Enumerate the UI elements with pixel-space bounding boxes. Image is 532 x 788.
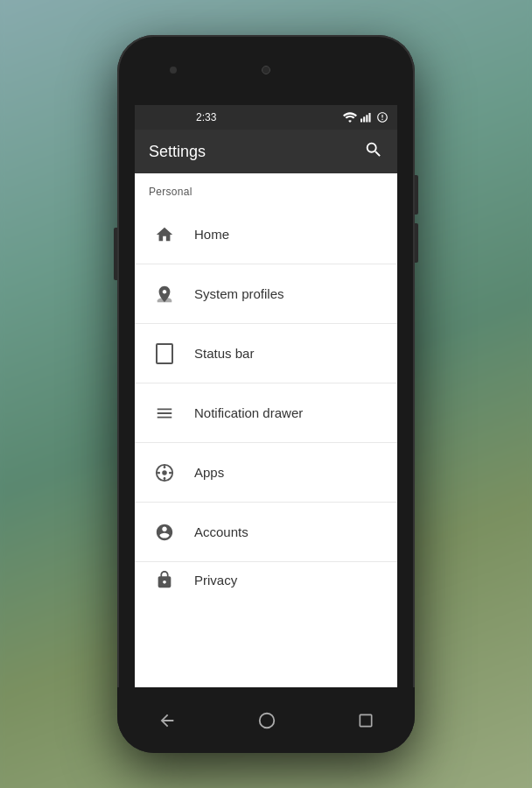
svg-point-10 bbox=[169, 471, 172, 474]
signal-icon bbox=[360, 112, 373, 123]
apps-icon bbox=[149, 463, 180, 482]
svg-rect-2 bbox=[366, 115, 368, 122]
front-camera bbox=[262, 66, 270, 74]
status-bar-label: Status bar bbox=[194, 346, 254, 361]
settings-item-home[interactable]: Home bbox=[135, 205, 397, 264]
home-icon bbox=[149, 225, 180, 244]
nav-back-button[interactable] bbox=[158, 711, 177, 730]
volume-down-button[interactable] bbox=[415, 223, 418, 263]
wifi-icon bbox=[343, 112, 357, 123]
speaker bbox=[170, 67, 177, 74]
settings-indicator-icon bbox=[376, 111, 388, 123]
svg-rect-12 bbox=[360, 714, 371, 726]
nav-bar bbox=[117, 687, 415, 753]
nav-home-button[interactable] bbox=[257, 711, 276, 730]
status-time: 2:33 bbox=[196, 111, 216, 123]
status-icons bbox=[343, 111, 388, 123]
svg-point-7 bbox=[164, 466, 166, 468]
status-bar-icon bbox=[149, 343, 180, 364]
settings-list: Personal Home System profile bbox=[135, 173, 397, 687]
privacy-label: Privacy bbox=[194, 573, 237, 587]
svg-rect-1 bbox=[363, 116, 365, 122]
settings-item-system-profiles[interactable]: System profiles bbox=[135, 264, 397, 324]
phone-top bbox=[117, 35, 415, 105]
section-personal: Personal bbox=[135, 173, 397, 205]
privacy-icon bbox=[149, 570, 180, 589]
svg-point-9 bbox=[158, 471, 160, 474]
system-profiles-icon bbox=[149, 285, 180, 304]
accounts-label: Accounts bbox=[194, 524, 248, 539]
notification-drawer-icon bbox=[149, 404, 180, 423]
svg-rect-0 bbox=[360, 118, 362, 122]
settings-toolbar: Settings bbox=[135, 130, 397, 173]
search-button[interactable] bbox=[364, 140, 383, 164]
phone-frame: 2:33 bbox=[117, 35, 415, 753]
svg-point-8 bbox=[164, 477, 166, 480]
svg-point-11 bbox=[260, 713, 275, 728]
toolbar-title: Settings bbox=[149, 143, 206, 161]
volume-up-button[interactable] bbox=[415, 175, 418, 215]
svg-rect-4 bbox=[157, 344, 172, 363]
settings-item-privacy[interactable]: Privacy bbox=[135, 562, 397, 597]
accounts-icon bbox=[149, 523, 180, 542]
home-label: Home bbox=[194, 227, 229, 242]
power-button[interactable] bbox=[114, 228, 117, 280]
settings-item-apps[interactable]: Apps bbox=[135, 443, 397, 503]
svg-rect-3 bbox=[368, 113, 370, 123]
svg-point-6 bbox=[162, 470, 167, 475]
status-bar: 2:33 bbox=[135, 105, 397, 130]
apps-label: Apps bbox=[194, 465, 224, 480]
settings-item-status-bar[interactable]: Status bar bbox=[135, 324, 397, 383]
settings-item-accounts[interactable]: Accounts bbox=[135, 503, 397, 562]
system-profiles-label: System profiles bbox=[194, 286, 284, 301]
nav-recents-button[interactable] bbox=[357, 712, 374, 729]
settings-item-notification-drawer[interactable]: Notification drawer bbox=[135, 383, 397, 443]
notification-drawer-label: Notification drawer bbox=[194, 405, 303, 420]
phone-screen: 2:33 bbox=[135, 105, 397, 687]
